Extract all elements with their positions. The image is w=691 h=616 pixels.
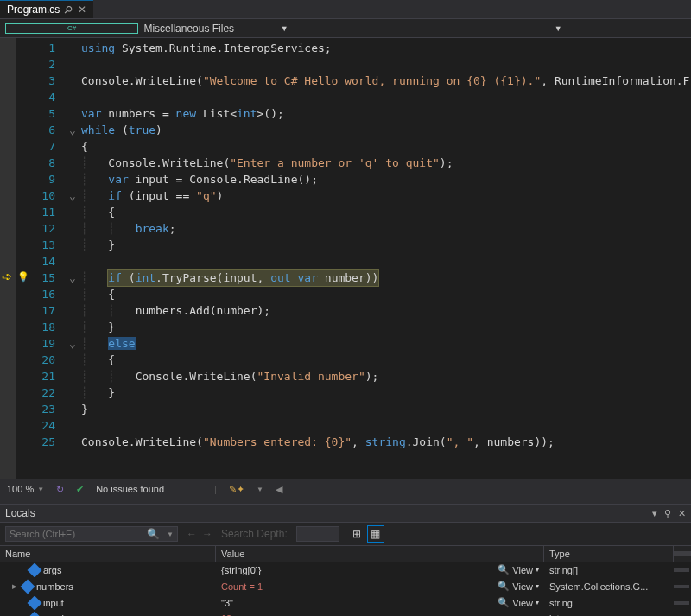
fold-gutter[interactable]: ⌄ ⌄ ⌄ ⌄ [64,38,81,479]
separator: | [214,484,217,494]
locals-row[interactable]: ▸numbersCount = 1🔍View▾System.Collection… [0,578,691,594]
lightbulb-icon[interactable]: 💡 [17,271,29,283]
chevron-down-icon: ▼ [281,24,412,33]
toolbar-list-icon[interactable]: ▦ [367,525,384,543]
zoom-dropdown[interactable]: 100 % ▼ [7,484,44,494]
chevron-down-icon: ▼ [37,486,44,493]
var-name: numbers [36,581,73,592]
locals-panel-header: Locals ▾ ⚲ ✕ [0,505,691,523]
var-type: string [544,596,674,610]
variable-icon [21,579,35,594]
zoom-value: 100 % [7,484,34,494]
scope-dropdown[interactable]: C# Miscellaneous Files ▼ ▼ [0,19,691,38]
search-icon[interactable]: 🔍 [147,528,160,540]
view-button[interactable]: 🔍View▾ [498,597,539,608]
breakpoint-gutter[interactable]: ➪ [0,38,16,479]
chevron-down-icon: ▼ [555,24,686,33]
view-button[interactable]: 🔍View▾ [498,581,539,592]
csharp-icon: C# [5,23,138,34]
depth-dropdown[interactable] [296,526,339,542]
variable-icon [28,596,42,610]
issues-label: No issues found [96,484,164,494]
var-type: string[] [544,563,674,577]
var-value: "3" [221,598,233,608]
close-icon[interactable]: ✕ [678,508,686,519]
pin-icon[interactable]: ⚲ [62,3,76,16]
search-icon: 🔍 [498,581,510,592]
nav-left-icon[interactable]: ◀ [276,484,282,495]
scope-label: Miscellaneous Files [143,22,275,35]
locals-table-header: Name Value Type [0,546,691,562]
var-value: Count = 1 [221,581,263,592]
editor-status-bar: 100 % ▼ ↻ ✔ No issues found | ✎✦ ▼ ◀ [0,479,691,499]
line-number-gutter: 1234567891011121314151617181920212223242… [29,38,64,479]
refresh-icon[interactable]: ↻ [56,484,64,495]
col-type[interactable]: Type [544,546,674,562]
chevron-down-icon: ▼ [257,486,263,493]
wand-icon[interactable]: ✎✦ [229,484,244,495]
var-value: {string[0]} [221,565,261,575]
locals-title: Locals [5,507,35,519]
var-type: System.Collections.G... [544,580,674,594]
var-name: args [43,565,61,575]
file-tab[interactable]: Program.cs ⚲ ✕ [0,0,93,18]
pin-icon[interactable]: ⚲ [664,508,671,519]
next-icon[interactable]: → [202,528,212,540]
variable-icon [28,563,42,577]
var-name: input [43,598,64,608]
code-content[interactable]: using System.Runtime.InteropServices; Co… [81,38,691,479]
locals-search[interactable]: 🔍 ▼ [5,526,178,542]
dropdown-icon[interactable]: ▾ [652,508,657,519]
expander-icon[interactable]: ▸ [10,581,19,592]
locals-table: Name Value Type args{string[0]}🔍View▾str… [0,546,691,616]
toolbar-tree-icon[interactable]: ⊞ [348,525,365,543]
chevron-down-icon[interactable]: ▼ [167,530,174,538]
view-button[interactable]: 🔍View▾ [498,564,539,575]
locals-row[interactable]: args{string[0]}🔍View▾string[] [0,562,691,578]
col-name[interactable]: Name [0,546,216,562]
close-icon[interactable]: ✕ [78,3,86,16]
tab-bar: Program.cs ⚲ ✕ [0,0,691,19]
variable-icon [28,612,42,616]
search-icon: 🔍 [498,597,510,608]
locals-row[interactable]: number12int [0,611,691,616]
col-value[interactable]: Value [216,546,544,562]
execution-pointer-icon: ➪ [2,270,12,283]
search-icon: 🔍 [498,564,510,575]
depth-label: Search Depth: [221,528,288,540]
tab-filename: Program.cs [7,3,60,16]
prev-icon[interactable]: ← [187,528,197,540]
code-editor[interactable]: ➪ 💡 123456789101112131415161718192021222… [0,38,691,479]
locals-toolbar: 🔍 ▼ ← → Search Depth: ⊞ ▦ [0,523,691,546]
lightbulb-gutter: 💡 [16,38,29,479]
locals-row[interactable]: input"3"🔍View▾string [0,594,691,611]
status-ok-icon: ✔ [76,484,84,495]
search-input[interactable] [10,529,139,539]
var-type: int [544,612,674,616]
